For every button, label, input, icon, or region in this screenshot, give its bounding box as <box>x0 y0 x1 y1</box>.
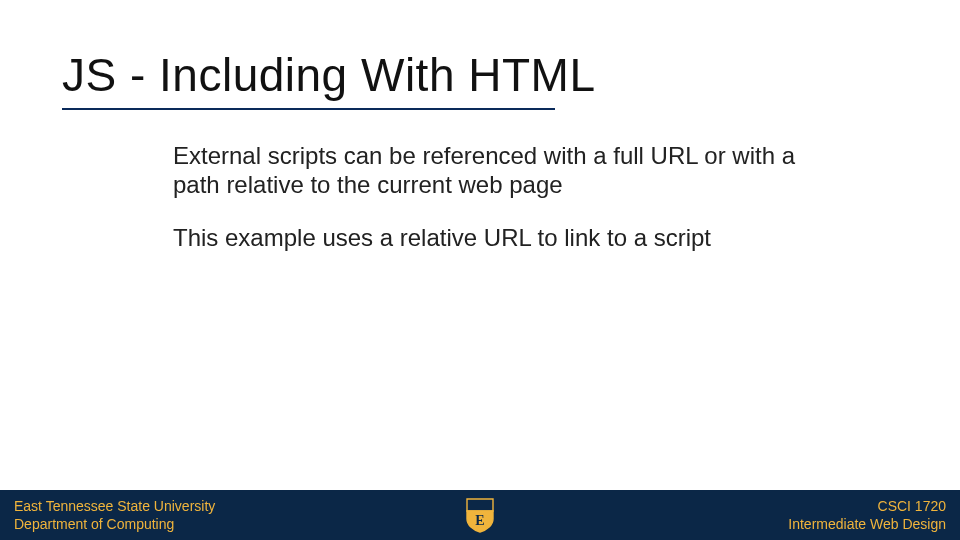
footer-department: Department of Computing <box>14 515 215 533</box>
footer-left: East Tennessee State University Departme… <box>14 497 215 533</box>
logo-letter: E <box>475 513 484 528</box>
slide-title: JS - Including With HTML <box>62 48 595 102</box>
footer-logo-shield-icon: E <box>465 497 495 533</box>
body-paragraph-1: External scripts can be referenced with … <box>173 142 813 200</box>
footer-course-code: CSCI 1720 <box>788 497 946 515</box>
title-underline <box>62 108 555 110</box>
footer-university: East Tennessee State University <box>14 497 215 515</box>
footer-bar: East Tennessee State University Departme… <box>0 490 960 540</box>
footer-right: CSCI 1720 Intermediate Web Design <box>788 497 946 533</box>
slide-body: External scripts can be referenced with … <box>173 142 813 276</box>
footer-course-name: Intermediate Web Design <box>788 515 946 533</box>
slide: JS - Including With HTML External script… <box>0 0 960 540</box>
body-paragraph-2: This example uses a relative URL to link… <box>173 224 813 253</box>
